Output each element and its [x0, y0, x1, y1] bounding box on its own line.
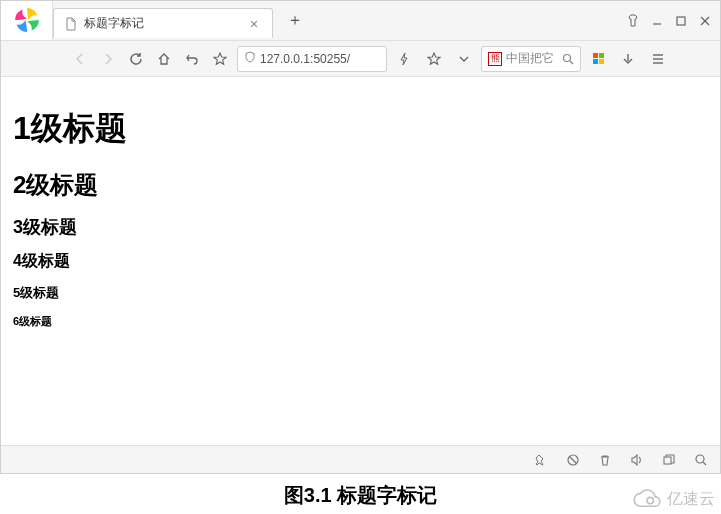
minimize-button[interactable]	[646, 10, 668, 32]
status-window-button[interactable]	[660, 451, 678, 469]
chevron-left-icon	[73, 52, 87, 66]
svg-point-17	[696, 455, 704, 463]
heading-5: 5级标题	[13, 284, 708, 302]
heading-6: 6级标题	[13, 314, 708, 329]
back-button[interactable]	[67, 46, 93, 72]
browser-window: 标题字标记 × ＋	[0, 0, 721, 474]
page-content: 1级标题 2级标题 3级标题 4级标题 5级标题 6级标题	[1, 77, 720, 445]
address-bar[interactable]: 127.0.0.1:50255/	[237, 46, 387, 72]
svg-marker-7	[428, 53, 440, 64]
maximize-icon	[675, 15, 687, 27]
menu-button[interactable]	[645, 46, 671, 72]
tab-close-button[interactable]: ×	[246, 16, 262, 32]
home-icon	[157, 52, 171, 66]
heading-4: 4级标题	[13, 251, 708, 272]
watermark: 亿速云	[631, 488, 715, 510]
tab-title: 标题字标记	[84, 15, 144, 32]
favorite-button[interactable]	[421, 46, 447, 72]
apps-button[interactable]	[585, 46, 611, 72]
reload-icon	[129, 52, 143, 66]
status-zoom-button[interactable]	[692, 451, 710, 469]
download-button[interactable]	[615, 46, 641, 72]
search-icon	[562, 53, 574, 65]
dropdown-button[interactable]	[451, 46, 477, 72]
window-controls	[622, 10, 720, 32]
volume-icon	[630, 453, 644, 467]
star-icon	[213, 52, 227, 66]
search-engine-icon: 熊	[488, 52, 502, 66]
tshirt-icon	[626, 14, 640, 28]
zoom-icon	[694, 453, 708, 467]
toolbar: 127.0.0.1:50255/ 熊 中国把它	[1, 41, 720, 77]
heading-2: 2级标题	[13, 169, 708, 201]
bookmark-button[interactable]	[207, 46, 233, 72]
heading-3: 3级标题	[13, 215, 708, 239]
grid-icon	[593, 53, 604, 64]
status-pin-button[interactable]	[532, 451, 550, 469]
titlebar: 标题字标记 × ＋	[1, 1, 720, 41]
search-placeholder: 中国把它	[506, 50, 558, 67]
status-volume-button[interactable]	[628, 451, 646, 469]
svg-point-0	[13, 7, 40, 34]
svg-point-19	[647, 497, 653, 503]
file-icon	[64, 17, 78, 31]
star-outline-icon	[427, 52, 441, 66]
figure-caption: 图3.1 标题字标记	[0, 482, 721, 509]
svg-point-8	[564, 54, 571, 61]
url-text: 127.0.0.1:50255/	[260, 52, 380, 66]
status-trash-button[interactable]	[596, 451, 614, 469]
close-window-button[interactable]	[694, 10, 716, 32]
swirl-logo-icon	[12, 5, 42, 35]
heading-1: 1级标题	[13, 107, 708, 151]
svg-marker-6	[401, 53, 407, 65]
flash-button[interactable]	[391, 46, 417, 72]
status-bar	[1, 445, 720, 473]
windows-icon	[662, 453, 676, 467]
svg-marker-5	[214, 53, 226, 64]
skin-button[interactable]	[622, 10, 644, 32]
chevron-down-icon	[458, 53, 470, 65]
pin-icon	[534, 453, 548, 467]
undo-button[interactable]	[179, 46, 205, 72]
svg-line-18	[703, 462, 706, 465]
trash-icon	[598, 453, 612, 467]
hamburger-icon	[651, 52, 665, 66]
forward-button[interactable]	[95, 46, 121, 72]
status-block-button[interactable]	[564, 451, 582, 469]
svg-rect-16	[664, 457, 671, 464]
svg-line-9	[570, 61, 573, 64]
block-icon	[566, 453, 580, 467]
close-icon	[699, 15, 711, 27]
minimize-icon	[651, 15, 663, 27]
search-bar[interactable]: 熊 中国把它	[481, 46, 581, 72]
svg-rect-2	[677, 17, 685, 25]
lightning-icon	[398, 53, 410, 65]
maximize-button[interactable]	[670, 10, 692, 32]
browser-logo[interactable]	[1, 1, 53, 41]
new-tab-button[interactable]: ＋	[281, 7, 309, 35]
svg-line-15	[570, 456, 577, 463]
reload-button[interactable]	[123, 46, 149, 72]
home-button[interactable]	[151, 46, 177, 72]
browser-tab[interactable]: 标题字标记 ×	[53, 8, 273, 38]
nav-group	[67, 46, 233, 72]
cloud-icon	[631, 488, 663, 510]
chevron-right-icon	[101, 52, 115, 66]
watermark-text: 亿速云	[667, 489, 715, 510]
undo-icon	[185, 52, 199, 66]
download-icon	[621, 52, 635, 66]
shield-icon	[244, 51, 256, 66]
